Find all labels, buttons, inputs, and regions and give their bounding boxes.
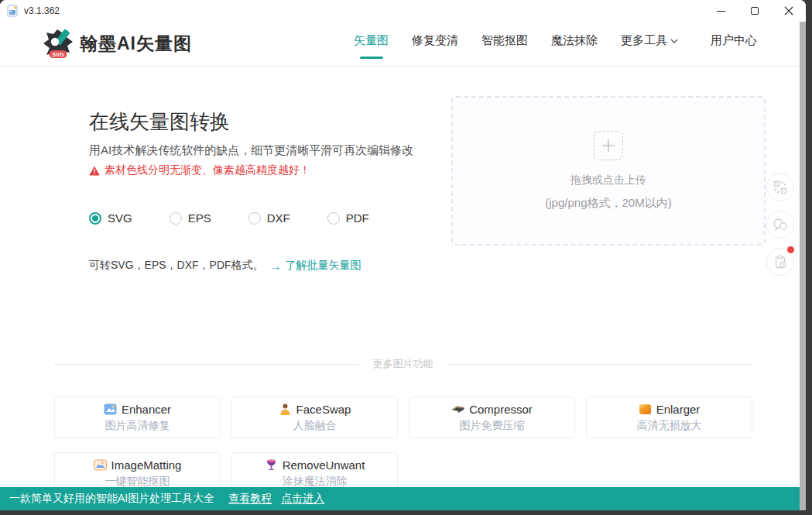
nav-tab-erase[interactable]: 魔法抹除 (551, 29, 598, 59)
maximize-button[interactable] (738, 0, 772, 22)
warning-row: 素材色线分明无渐变、像素越高精度越好！ (89, 163, 310, 177)
clipboard-history-icon (773, 255, 788, 270)
more-features-divider: 更多图片功能 (54, 357, 752, 371)
chevron-down-icon (670, 39, 678, 43)
main-nav: 矢量图 修复变清 智能抠图 魔法抹除 更多工具 用户中心 (354, 29, 757, 59)
logo-badge: SVG (53, 51, 64, 57)
floating-buttons (766, 173, 794, 276)
app-file-icon (6, 5, 19, 17)
radio-icon (170, 212, 182, 225)
maximize-icon (751, 7, 759, 15)
radio-icon (248, 212, 261, 225)
batch-vector-link[interactable]: 了解批量矢量图 (286, 259, 361, 273)
titlebar: v3.1.362 (0, 0, 806, 22)
app-window: v3.1.362 SVG 翰墨AI矢量图 矢量图 修复变清 (0, 0, 806, 510)
window-controls (704, 0, 806, 22)
divider-line (54, 364, 359, 365)
chat-icon (773, 218, 788, 232)
window-title: v3.1.362 (24, 5, 60, 16)
qr-code-icon (773, 180, 787, 194)
footer-slogan: 一款简单又好用的智能AI图片处理工具大全 (9, 492, 214, 506)
upload-dropzone[interactable]: 拖拽或点击上传 (jpg/png格式，20M以内) (451, 96, 766, 245)
upload-hint: 拖拽或点击上传 (570, 173, 646, 187)
plus-box (594, 131, 623, 160)
picture-icon (104, 403, 117, 416)
divider-label: 更多图片功能 (373, 357, 433, 371)
nav-tab-user-center[interactable]: 用户中心 (711, 29, 757, 59)
close-icon (784, 6, 793, 15)
logo: SVG 翰墨AI矢量图 (43, 29, 192, 60)
close-button[interactable] (772, 0, 806, 22)
radio-icon (327, 212, 340, 225)
brand-name: 翰墨AI矢量图 (80, 32, 192, 56)
magic-remove-icon (265, 458, 278, 472)
format-radio-eps[interactable]: EPS (170, 211, 211, 225)
plus-icon (601, 138, 616, 153)
brand-logo-icon: SVG (43, 29, 74, 60)
format-radio-pdf[interactable]: PDF (327, 211, 369, 225)
page-title: 在线矢量图转换 (89, 108, 230, 136)
formats-note: 可转SVG，EPS，DXF，PDF格式。 → 了解批量矢量图 (89, 259, 361, 273)
tutorial-link[interactable]: 查看教程 (228, 492, 272, 506)
note-text: 可转SVG，EPS，DXF，PDF格式。 (89, 259, 264, 273)
qr-code-button[interactable] (766, 173, 794, 201)
enter-link[interactable]: 点击进入 (281, 492, 324, 506)
arrow-right-icon: → (270, 259, 282, 273)
nav-tab-more-tools[interactable]: 更多工具 (621, 29, 678, 59)
warning-text: 素材色线分明无渐变、像素越高精度越好！ (104, 163, 310, 177)
card-faceswap[interactable]: FaceSwap 人脸融合 (231, 397, 398, 438)
minimize-icon (717, 11, 725, 12)
matting-icon (94, 458, 107, 472)
card-enlarger[interactable]: Enlarger 高清无损放大 (586, 397, 752, 438)
radio-icon (89, 212, 101, 225)
format-radio-dxf[interactable]: DXF (248, 211, 290, 225)
notification-dot (787, 246, 794, 253)
card-compressor[interactable]: Compressor 图片免费压缩 (409, 397, 575, 438)
format-radio-svg[interactable]: SVG (89, 211, 132, 225)
nav-tab-vector[interactable]: 矢量图 (354, 29, 389, 59)
main-content: 在线矢量图转换 用AI技术解决传统软件的缺点，细节更清晰平滑可再次编辑修改 素材… (0, 67, 806, 510)
nav-tab-cutout[interactable]: 智能抠图 (481, 29, 528, 59)
format-radio-group: SVG EPS DXF PDF (89, 211, 369, 225)
upload-format-hint: (jpg/png格式，20M以内) (545, 196, 671, 211)
minimize-button[interactable] (704, 0, 738, 22)
person-icon (279, 403, 292, 416)
enlarger-icon (639, 403, 652, 416)
feedback-chat-button[interactable] (766, 211, 794, 239)
history-clipboard-button[interactable] (766, 248, 794, 276)
compressor-icon (451, 403, 464, 416)
warning-icon (89, 166, 100, 176)
card-enhancer[interactable]: Enhancer 图片高清修复 (54, 397, 221, 438)
nav-tab-restore[interactable]: 修复变清 (412, 29, 458, 59)
vertical-scrollbar[interactable] (800, 22, 806, 510)
page-description: 用AI技术解决传统软件的缺点，细节更清晰平滑可再次编辑修改 (89, 143, 413, 158)
divider-line (447, 364, 752, 365)
footer-bar: 一款简单又好用的智能AI图片处理工具大全 查看教程 点击进入 (0, 487, 806, 510)
header: SVG 翰墨AI矢量图 矢量图 修复变清 智能抠图 魔法抹除 更多工具 用户中心 (0, 22, 806, 67)
feature-cards-grid: Enhancer 图片高清修复 FaceSwap 人脸融合 (54, 397, 755, 494)
